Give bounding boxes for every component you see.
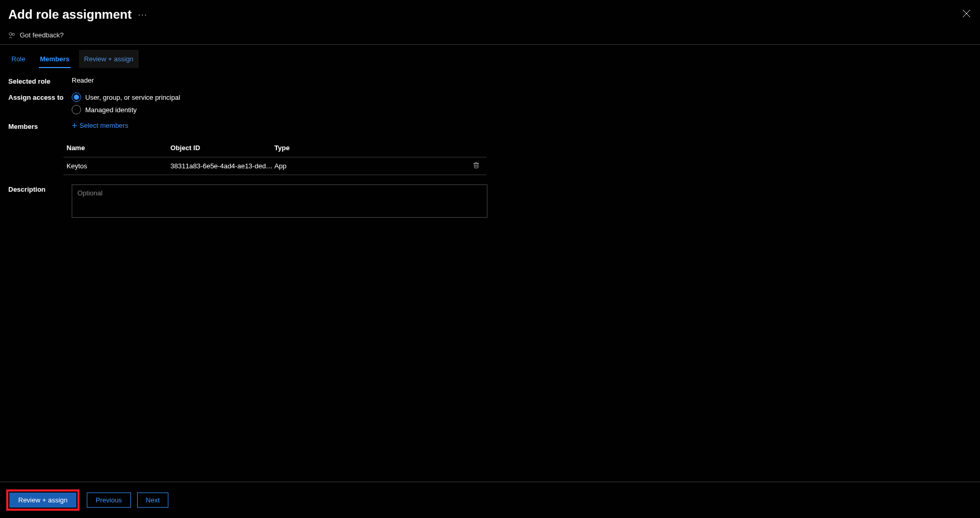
table-row: Keytos 38311a83-6e5e-4ad4-ae13-ded6147c4…: [63, 157, 486, 175]
assign-access-options: User, group, or service principal Manage…: [72, 92, 972, 117]
radio-managed-label: Managed identity: [85, 106, 137, 114]
radio-unselected-icon: [72, 105, 81, 114]
value-selected-role: Reader: [72, 76, 972, 84]
close-icon: [962, 9, 971, 18]
description-input[interactable]: [72, 184, 487, 218]
svg-point-2: [9, 32, 12, 35]
row-description: Description: [0, 175, 980, 218]
svg-point-3: [12, 33, 14, 35]
delete-row-button[interactable]: [473, 162, 480, 169]
select-members-text: Select members: [80, 122, 128, 129]
row-assign-access: Assign access to User, group, or service…: [8, 92, 972, 117]
more-icon[interactable]: ···: [138, 10, 147, 19]
close-button[interactable]: [962, 9, 971, 18]
td-name: Keytos: [67, 162, 170, 170]
members-actions: Select members: [72, 122, 972, 130]
td-type: App: [274, 162, 466, 170]
label-description: Description: [8, 184, 72, 218]
feedback-bar: Got feedback?: [0, 27, 980, 45]
next-button[interactable]: Next: [137, 493, 169, 508]
page-title: Add role assignment: [8, 7, 131, 22]
row-selected-role: Selected role Reader: [8, 76, 972, 85]
trash-icon: [473, 162, 480, 169]
members-table: Name Object ID Type Keytos 38311a83-6e5e…: [63, 140, 486, 175]
th-name: Name: [67, 144, 170, 152]
tab-review-assign[interactable]: Review + assign: [79, 50, 139, 68]
table-body: Keytos 38311a83-6e5e-4ad4-ae13-ded6147c4…: [63, 157, 486, 175]
label-members: Members: [8, 122, 72, 130]
td-delete: [466, 162, 486, 170]
footer: Review + assign Previous Next: [0, 482, 980, 518]
plus-icon: [72, 123, 77, 128]
label-assign-access: Assign access to: [8, 92, 72, 101]
row-members: Members Select members: [8, 122, 972, 130]
radio-user-label: User, group, or service principal: [85, 94, 180, 101]
radio-selected-icon: [72, 92, 81, 102]
feedback-link[interactable]: Got feedback?: [20, 31, 64, 39]
radio-user-group[interactable]: User, group, or service principal: [72, 92, 972, 102]
label-selected-role: Selected role: [8, 76, 72, 85]
panel-header: Add role assignment ···: [0, 0, 980, 27]
th-delete: [466, 144, 486, 152]
svg-rect-6: [474, 164, 478, 168]
review-assign-button[interactable]: Review + assign: [9, 493, 76, 508]
previous-button[interactable]: Previous: [87, 493, 131, 508]
highlight-annotation: Review + assign: [6, 489, 80, 511]
th-type: Type: [274, 144, 466, 152]
select-members-link[interactable]: Select members: [72, 122, 128, 129]
tab-members[interactable]: Members: [35, 50, 75, 68]
th-object-id: Object ID: [170, 144, 274, 152]
tabs: Role Members Review + assign: [0, 50, 980, 68]
tab-role[interactable]: Role: [6, 50, 31, 68]
feedback-icon: [8, 32, 16, 39]
table-header: Name Object ID Type: [63, 140, 486, 157]
td-object-id: 38311a83-6e5e-4ad4-ae13-ded6147c43...: [170, 162, 274, 170]
form-area: Selected role Reader Assign access to Us…: [0, 68, 980, 130]
radio-managed-identity[interactable]: Managed identity: [72, 105, 972, 114]
